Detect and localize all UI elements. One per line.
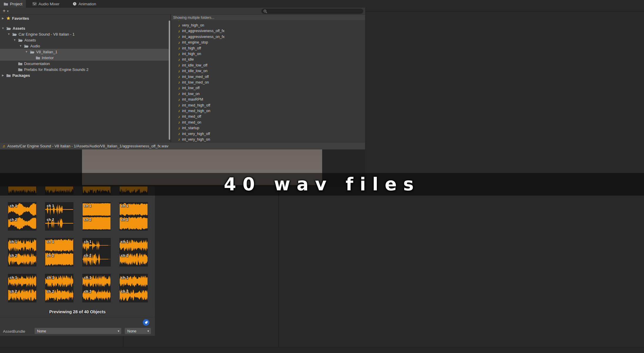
tab-animation[interactable]: Animation (69, 0, 100, 8)
tree-scrollbar[interactable] (169, 21, 170, 140)
tree-item-packages[interactable]: ▶Packages (0, 72, 170, 78)
expand-arrow-icon[interactable]: ▶ (1, 74, 5, 77)
assetbundle-variant-value: None (127, 329, 136, 333)
tree-item-interior[interactable]: Interior (0, 55, 170, 61)
chevron-down-icon: ▾ (118, 329, 119, 333)
tag-icon (144, 321, 148, 324)
assetbundle-label: AssetBundle (3, 329, 25, 334)
music-note-icon: ♪ (178, 91, 180, 96)
unity-editor-window: Pivot Local Hierarchy a ⋮ + ▾ All (0, 0, 644, 353)
file-item-int_med_off[interactable]: ♪int_med_off (171, 114, 365, 119)
preview-count-label: Previewing 28 of 40 Objects (0, 309, 155, 314)
tree-item-audio[interactable]: ▼Audio (0, 43, 170, 49)
audio-clip-thumbnail[interactable]: ch 1ch 2 (8, 238, 36, 267)
tree-item-v8-italian-1[interactable]: ▼V8_Italian_1 (0, 49, 170, 55)
waveform-channel: ch 2 (120, 217, 148, 230)
tree-item-assets[interactable]: ▼Assets (0, 25, 170, 31)
file-item-int_very_high_on[interactable]: ♪int_very_high_on (171, 136, 365, 142)
music-note-icon: ♪ (178, 46, 180, 50)
audio-clip-thumbnail[interactable]: ch 1ch 2 (82, 238, 111, 267)
audio-mixer-tab-label: Audio Mixer (39, 2, 59, 6)
file-item-int_aggressiveness_off_fx[interactable]: ♪int_aggressiveness_off_fx (171, 28, 365, 34)
waveform-channel: ch 2 (83, 289, 111, 302)
file-item-int_engine_stop[interactable]: ♪int_engine_stop (171, 40, 365, 45)
music-note-icon: ♪ (178, 29, 180, 33)
file-item-int_idle[interactable]: ♪int_idle (171, 57, 365, 62)
expand-arrow-icon[interactable]: ▶ (1, 17, 5, 20)
file-item-int_very_high_off[interactable]: ♪int_very_high_off (171, 131, 365, 136)
music-note-icon: ♪ (178, 131, 180, 136)
music-note-icon: ♪ (178, 126, 180, 130)
audio-clip-thumbnail[interactable]: ch 1ch 2 (45, 202, 73, 231)
caption-band: 40 wav files (0, 173, 644, 196)
audio-clip-thumbnail[interactable]: ch 1ch 2 (119, 202, 148, 231)
assetbundle-variant-dropdown[interactable]: None ▾ (125, 328, 151, 334)
file-item-very_high_on[interactable]: ♪very_high_on (171, 22, 365, 28)
asset-labels-button[interactable] (143, 319, 149, 326)
audio-clip-thumbnail[interactable]: ch 1ch 2 (45, 274, 73, 302)
chevron-down-icon: ▾ (147, 329, 149, 333)
file-item-int_low_off[interactable]: ♪int_low_off (171, 85, 365, 91)
asset-path: Assets/Car Engine Sound - V8 Italian - 1… (7, 144, 168, 148)
create-button[interactable]: + (3, 8, 6, 13)
music-note-icon: ♪ (178, 63, 180, 67)
audio-clip-thumbnail[interactable]: ch 1ch 2 (82, 202, 111, 231)
expand-arrow-icon[interactable]: ▼ (25, 50, 28, 53)
audio-clip-thumbnail[interactable]: ch 1ch 2 (119, 238, 148, 267)
waveform-channel: ch 2 (8, 217, 36, 230)
file-item-int_startup[interactable]: ♪int_startup (171, 125, 365, 131)
assetbundle-dropdown[interactable]: None ▾ (34, 328, 121, 334)
file-item-int_med_on[interactable]: ♪int_med_on (171, 119, 365, 125)
search-icon (263, 9, 267, 13)
waveform-channel: ch 1 (120, 239, 148, 252)
music-note-icon: ♪ (178, 120, 180, 124)
audio-clip-thumbnail[interactable]: ch 1ch 2 (45, 238, 73, 267)
file-item-int_low_med_off[interactable]: ♪int_low_med_off (171, 74, 365, 79)
waveform-channel: ch 1 (8, 239, 36, 252)
star-icon (6, 16, 11, 20)
tree-item-documentation[interactable]: Documentation (0, 61, 170, 66)
expand-arrow-icon[interactable]: ▼ (1, 27, 5, 30)
folder-icon (6, 74, 11, 77)
tree-item-favorites[interactable]: ▶Favorites (0, 15, 170, 21)
file-item-int_maxRPM[interactable]: ♪int_maxRPM (171, 96, 365, 102)
file-item-int_idle_low_on[interactable]: ♪int_idle_low_on (171, 68, 365, 74)
project-search-input[interactable] (261, 9, 363, 14)
waveform-channel: ch 1 (45, 239, 73, 252)
audio-clip-thumbnail[interactable]: ch 1ch 2 (8, 274, 36, 302)
selected-asset-path-bar: ♫ Assets/Car Engine Sound - V8 Italian -… (0, 142, 365, 149)
file-item-int_low_med_on[interactable]: ♪int_low_med_on (171, 79, 365, 85)
file-item-int_idle_low_off[interactable]: ♪int_idle_low_off (171, 62, 365, 68)
music-note-icon: ♪ (178, 40, 180, 45)
tab-audio-mixer[interactable]: Audio Mixer (29, 0, 63, 8)
expand-arrow-icon[interactable]: ▼ (13, 39, 16, 41)
tab-project[interactable]: Project (0, 0, 26, 8)
expand-arrow-icon[interactable]: ▼ (7, 33, 11, 36)
music-note-icon: ♪ (178, 114, 180, 119)
music-note-icon: ♪ (178, 137, 180, 141)
audio-clip-thumbnail[interactable]: ch 1ch 2 (119, 274, 148, 302)
waveform-channel: ch 2 (8, 253, 36, 266)
folder-icon (30, 50, 35, 54)
waveform-channel: ch 2 (8, 289, 36, 302)
music-note-icon: ♪ (178, 109, 180, 113)
tree-item-prefabs-for-realistic-engine-sounds-2[interactable]: Prefabs for Realistic Engine Sounds 2 (0, 66, 170, 72)
file-item-int_high_off[interactable]: ♪int_high_off (171, 45, 365, 51)
folder-icon (4, 2, 8, 6)
audio-clip-thumbnail[interactable]: ch 1ch 2 (8, 202, 36, 231)
assetbundle-value: None (37, 329, 46, 333)
music-note-icon: ♪ (178, 52, 180, 56)
file-item-int_aggressiveness_on_fx[interactable]: ♪int_aggressiveness_on_fx (171, 34, 365, 39)
tree-item-assets[interactable]: ▼Assets (0, 37, 170, 43)
file-item-int_med_high_off[interactable]: ♪int_med_high_off (171, 102, 365, 108)
file-item-int_med_high_on[interactable]: ♪int_med_high_on (171, 108, 365, 114)
tree-item-car-engine-sound-v8-italian-1[interactable]: ▼Car Engine Sound - V8 Italian - 1 (0, 31, 170, 37)
expand-arrow-icon[interactable]: ▼ (19, 44, 22, 47)
file-item-int_low_on[interactable]: ♪int_low_on (171, 91, 365, 96)
status-strip (0, 347, 644, 353)
file-item-int_high_on[interactable]: ♪int_high_on (171, 51, 365, 56)
create-dropdown-icon[interactable]: ▾ (7, 9, 9, 13)
audio-clip-thumbnail[interactable]: ch 1ch 2 (82, 274, 111, 302)
project-panel: Project Audio Mixer Animation + ▾ ▶Favor… (0, 0, 365, 149)
music-note-icon: ♪ (178, 80, 180, 84)
